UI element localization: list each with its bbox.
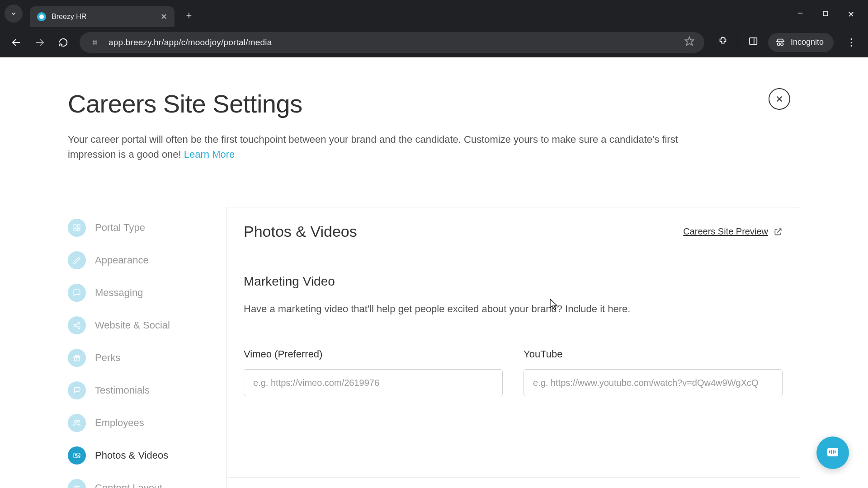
youtube-label: YouTube — [524, 348, 783, 360]
toolbar-right: Incognito ⋮ — [713, 33, 859, 52]
window-close-button[interactable]: ✕ — [846, 9, 855, 19]
tab-close-button[interactable]: ✕ — [160, 12, 167, 22]
tab-search-dropdown[interactable] — [5, 5, 23, 23]
nav-forward-button[interactable] — [33, 35, 47, 50]
sidebar-item-content-layout[interactable]: Content Layout — [68, 479, 199, 488]
sidebar-item-label: Employees — [95, 417, 144, 429]
bookmark-star-icon[interactable] — [684, 36, 694, 48]
vimeo-field: Vimeo (Preferred) — [244, 348, 503, 396]
panel-title: Photos & Videos — [244, 223, 357, 240]
chevron-down-icon — [10, 10, 17, 17]
browser-toolbar: app.breezy.hr/app/c/moodjoy/portal/media… — [0, 27, 868, 57]
url-bar[interactable]: app.breezy.hr/app/c/moodjoy/portal/media — [80, 32, 704, 53]
svg-line-21 — [75, 324, 78, 325]
svg-point-18 — [78, 322, 80, 324]
sidebar-item-label: Content Layout — [95, 482, 162, 488]
svg-rect-15 — [78, 225, 80, 227]
incognito-icon — [775, 38, 785, 47]
settings-panel: Photos & Videos Careers Site Preview Mar… — [226, 207, 800, 488]
sidebar-item-perks[interactable]: Perks — [68, 349, 199, 367]
sidebar-item-appearance[interactable]: Appearance — [68, 251, 199, 269]
close-settings-button[interactable] — [769, 88, 790, 110]
sidebar-item-label: Appearance — [95, 254, 149, 266]
svg-marker-5 — [685, 37, 693, 45]
sidebar-item-testimonials[interactable]: Testimonials — [68, 381, 199, 399]
share-icon — [68, 316, 86, 334]
browser-chrome: Breezy HR ✕ + ✕ app.breezy.hr/ — [0, 0, 868, 57]
chat-fab[interactable] — [816, 436, 849, 469]
svg-line-22 — [75, 326, 78, 327]
pencil-icon — [68, 251, 86, 269]
sidebar-item-messaging[interactable]: Messaging — [68, 284, 199, 302]
sidebar-item-label: Messaging — [95, 287, 143, 299]
page-header: Careers Site Settings Your career portal… — [0, 57, 868, 162]
svg-point-29 — [75, 454, 76, 455]
incognito-indicator[interactable]: Incognito — [768, 33, 834, 52]
svg-point-8 — [778, 42, 780, 45]
url-text: app.breezy.hr/app/c/moodjoy/portal/media — [108, 38, 676, 47]
breezy-favicon — [37, 12, 46, 21]
arrow-left-icon — [11, 37, 22, 48]
save-bar: Save Changes — [226, 477, 800, 488]
page-description: Your career portal will often be the fir… — [68, 132, 683, 162]
sidebar-item-label: Photos & Videos — [95, 450, 168, 461]
chat-icon — [826, 446, 840, 460]
users-icon — [68, 414, 86, 432]
browser-menu-button[interactable]: ⋮ — [844, 37, 859, 48]
careers-site-preview-link[interactable]: Careers Site Preview — [683, 226, 783, 237]
settings-sidebar: Portal TypeAppearanceMessagingWebsite & … — [68, 207, 199, 488]
image-icon — [68, 446, 86, 465]
extensions-icon[interactable] — [718, 36, 728, 48]
sidebar-item-label: Testimonials — [95, 385, 150, 396]
page-root: Careers Site Settings Your career portal… — [0, 57, 868, 488]
svg-point-9 — [781, 42, 783, 45]
arrow-right-icon — [34, 37, 45, 48]
sidebar-item-website-social[interactable]: Website & Social — [68, 316, 199, 334]
comments-icon — [68, 381, 86, 399]
svg-rect-36 — [833, 450, 834, 454]
chat-icon — [68, 284, 86, 302]
svg-point-27 — [78, 420, 80, 422]
tab-title: Breezy HR — [52, 13, 155, 21]
browser-tab[interactable]: Breezy HR ✕ — [30, 6, 175, 27]
sidebar-item-portal-type[interactable]: Portal Type — [68, 219, 199, 237]
toolbar-divider — [738, 36, 738, 49]
incognito-label: Incognito — [791, 38, 824, 47]
youtube-input[interactable] — [524, 369, 783, 396]
svg-rect-17 — [78, 229, 80, 231]
site-settings-icon[interactable] — [90, 37, 100, 48]
grid-icon — [68, 219, 86, 237]
nav-back-button[interactable] — [9, 35, 24, 50]
vimeo-input[interactable] — [244, 369, 503, 396]
section-title: Marketing Video — [244, 274, 783, 289]
video-fields-row: Vimeo (Preferred) YouTube — [244, 348, 783, 396]
youtube-field: YouTube — [524, 348, 783, 396]
panel-body: Marketing Video Have a marketing video t… — [226, 256, 800, 414]
svg-rect-37 — [835, 450, 836, 454]
close-icon — [775, 95, 783, 103]
window-minimize-button[interactable] — [796, 9, 805, 19]
window-controls: ✕ — [796, 9, 868, 19]
layout-icon — [68, 479, 86, 488]
page-title: Careers Site Settings — [68, 89, 800, 118]
sidebar-item-label: Website & Social — [95, 319, 170, 331]
svg-rect-35 — [831, 450, 832, 454]
tab-strip: Breezy HR ✕ + ✕ — [0, 0, 868, 27]
panel-header: Photos & Videos Careers Site Preview — [226, 207, 800, 256]
reload-icon — [58, 38, 68, 47]
new-tab-button[interactable]: + — [181, 7, 197, 23]
sidebar-item-photos-videos[interactable]: Photos & Videos — [68, 446, 199, 465]
learn-more-link[interactable]: Learn More — [184, 149, 235, 160]
sidebar-item-employees[interactable]: Employees — [68, 414, 199, 432]
sidebar-item-label: Perks — [95, 352, 120, 364]
svg-point-26 — [75, 420, 77, 423]
svg-rect-34 — [829, 450, 830, 454]
svg-rect-14 — [74, 225, 76, 227]
svg-rect-6 — [750, 38, 757, 45]
svg-point-0 — [39, 14, 44, 19]
svg-rect-16 — [74, 229, 76, 231]
side-panel-icon[interactable] — [748, 36, 758, 48]
nav-reload-button[interactable] — [56, 35, 71, 50]
window-maximize-button[interactable] — [821, 9, 830, 19]
section-description: Have a marketing video that'll help get … — [244, 301, 660, 317]
